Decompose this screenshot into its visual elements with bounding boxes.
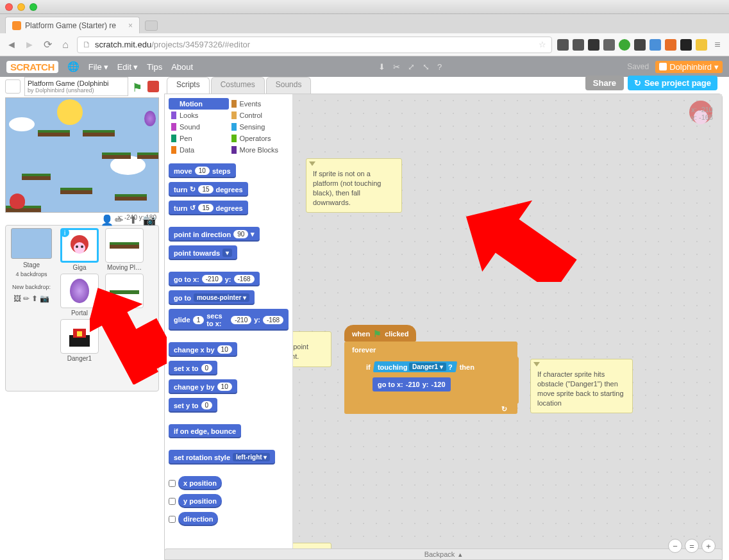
reload-button[interactable]: ⟳	[41, 38, 54, 51]
url-bar[interactable]: 🗋 scratch.mit.edu/projects/34597326/#edi…	[77, 37, 552, 53]
menu-edit[interactable]: Edit ▾	[117, 62, 138, 72]
block-move-steps[interactable]: move10steps	[169, 163, 236, 178]
ext-icon-8[interactable]	[665, 39, 676, 51]
scratch-logo[interactable]: SCRATCH	[6, 61, 58, 73]
block-glide[interactable]: glide1secs to x:-210y:-168	[169, 309, 289, 331]
block-change-y[interactable]: change y by10	[169, 379, 237, 394]
share-button[interactable]: Share	[585, 76, 624, 90]
new-tab-button[interactable]	[145, 21, 158, 31]
mac-close-button[interactable]	[5, 3, 13, 11]
sprite-item-moving-platform[interactable]: Moving Pl…	[103, 228, 146, 271]
ext-icon-2[interactable]	[573, 39, 584, 51]
sprite-camera-icon[interactable]: 📷	[143, 214, 153, 224]
ext-icon-4[interactable]	[603, 39, 615, 51]
ext-icon-3[interactable]	[588, 39, 599, 51]
sprite-item-giga[interactable]: i Giga	[58, 228, 101, 271]
comment-fall[interactable]: If sprite is not on a platform (not touc…	[306, 158, 402, 213]
zoom-reset-button[interactable]: =	[685, 539, 699, 553]
hat-when-flag-clicked[interactable]: when ⚑ clicked	[344, 325, 416, 342]
sprite-paint-icon[interactable]: ✏	[115, 214, 125, 224]
comment-partial-1[interactable]: d pointght.	[293, 331, 331, 367]
block-direction[interactable]: direction	[178, 512, 218, 526]
tab-costumes[interactable]: Costumes	[211, 77, 265, 94]
browser-menu-icon[interactable]: ≡	[711, 38, 724, 51]
ext-icon-5[interactable]	[619, 39, 630, 51]
category-events[interactable]: Events	[229, 98, 289, 110]
xpos-checkbox[interactable]	[169, 480, 176, 487]
zoom-in-button[interactable]: +	[701, 539, 716, 553]
block-goto-xy-inner[interactable]: go to x:-210y:-120	[373, 377, 451, 391]
block-point-towards[interactable]: point towards▾	[169, 245, 237, 260]
ext-icon-9[interactable]	[680, 39, 692, 51]
user-chip[interactable]: Dolphinbird ▾	[655, 61, 723, 73]
category-sensing[interactable]: Sensing	[229, 121, 289, 133]
block-if-then[interactable]: if touching Danger1 ▾ ? then	[358, 357, 519, 404]
ext-icon-10[interactable]	[696, 39, 707, 51]
stop-button[interactable]	[147, 81, 159, 92]
ext-icon-7[interactable]	[649, 39, 661, 51]
category-looks[interactable]: Looks	[169, 110, 229, 121]
category-more-blocks[interactable]: More Blocks	[229, 144, 289, 156]
backdrop-paint-icon[interactable]: ✏	[23, 294, 29, 303]
stamp-icon[interactable]: ⬇	[378, 62, 385, 72]
block-set-y[interactable]: set y to0	[169, 398, 217, 413]
block-turn-cw[interactable]: turn ↻ 15degrees	[169, 182, 248, 197]
sprite-upload-icon[interactable]: ⬆	[129, 214, 139, 224]
script-stack[interactable]: when ⚑ clicked forever if touching	[344, 325, 517, 414]
tab-scripts[interactable]: Scripts	[167, 77, 210, 94]
category-data[interactable]: Data	[169, 144, 229, 156]
category-motion[interactable]: Motion	[169, 98, 229, 110]
scissors-icon[interactable]: ✂	[393, 62, 400, 72]
mac-maximize-button[interactable]	[29, 3, 37, 11]
close-tab-icon[interactable]: ×	[128, 21, 133, 30]
info-icon[interactable]: i	[60, 228, 69, 237]
block-touching[interactable]: touching Danger1 ▾ ?	[373, 361, 457, 372]
backpack-panel[interactable]: Backpack▴	[164, 548, 723, 560]
comment-danger[interactable]: If character sprite hits obstacle ("Dang…	[530, 359, 633, 413]
ext-icon-1[interactable]	[557, 39, 569, 51]
browser-tab[interactable]: Platform Game (Starter) re ×	[5, 17, 140, 33]
menu-about[interactable]: About	[171, 62, 193, 72]
menu-tips[interactable]: Tips	[147, 62, 162, 72]
category-control[interactable]: Control	[229, 110, 289, 121]
block-turn-ccw[interactable]: turn ↺ 15degrees	[169, 201, 248, 215]
backdrop-camera-icon[interactable]: 📷	[40, 294, 49, 303]
home-button[interactable]: ⌂	[59, 38, 72, 51]
shrink-icon[interactable]: ⤡	[423, 62, 430, 72]
mac-minimize-button[interactable]	[17, 3, 25, 11]
sprite-library-icon[interactable]: 👤	[101, 214, 111, 224]
globe-icon[interactable]: 🌐	[67, 61, 80, 72]
ext-icon-6[interactable]	[634, 39, 646, 51]
bookmark-star-icon[interactable]: ☆	[539, 40, 546, 49]
category-operators[interactable]: Operators	[229, 133, 289, 144]
menu-file[interactable]: File ▾	[88, 62, 108, 72]
see-project-page-button[interactable]: ↻ See project page	[628, 76, 717, 90]
block-change-x[interactable]: change x by10	[169, 342, 237, 357]
help-icon[interactable]: ?	[437, 62, 442, 72]
block-goto-xy[interactable]: go to x:-210y:-168	[169, 272, 260, 286]
ypos-checkbox[interactable]	[169, 498, 176, 505]
green-flag-button[interactable]: ⚑	[132, 81, 144, 92]
forward-button[interactable]: ►	[23, 38, 36, 51]
backdrop-library-icon[interactable]: 🖼	[13, 294, 21, 303]
back-button[interactable]: ◄	[5, 38, 18, 51]
block-point-direction[interactable]: point in direction90▾	[169, 227, 260, 242]
category-sound[interactable]: Sound	[169, 121, 229, 133]
backdrop-upload-icon[interactable]: ⬆	[31, 294, 38, 303]
block-goto[interactable]: go tomouse-pointer ▾	[169, 290, 255, 305]
stage-canvas[interactable]	[5, 97, 159, 213]
block-forever[interactable]: forever if touching Danger1 ▾ ?	[344, 342, 517, 414]
view-mode-toggle[interactable]	[5, 79, 21, 94]
block-rotation-style[interactable]: set rotation styleleft-right ▾	[169, 450, 275, 465]
category-pen[interactable]: Pen	[169, 133, 229, 144]
project-title-box[interactable]: Platform Game (Dolphinbi by Dolphinbird …	[24, 77, 128, 96]
tab-sounds[interactable]: Sounds	[266, 77, 312, 94]
stage-thumbnail[interactable]	[11, 228, 52, 259]
direction-checkbox[interactable]	[169, 516, 176, 523]
block-bounce[interactable]: if on edge, bounce	[169, 424, 241, 438]
block-y-position[interactable]: y position	[178, 494, 222, 508]
grow-icon[interactable]: ⤢	[408, 62, 415, 72]
block-x-position[interactable]: x position	[178, 476, 222, 490]
zoom-out-button[interactable]: −	[668, 539, 682, 553]
block-set-x[interactable]: set x to0	[169, 361, 217, 375]
